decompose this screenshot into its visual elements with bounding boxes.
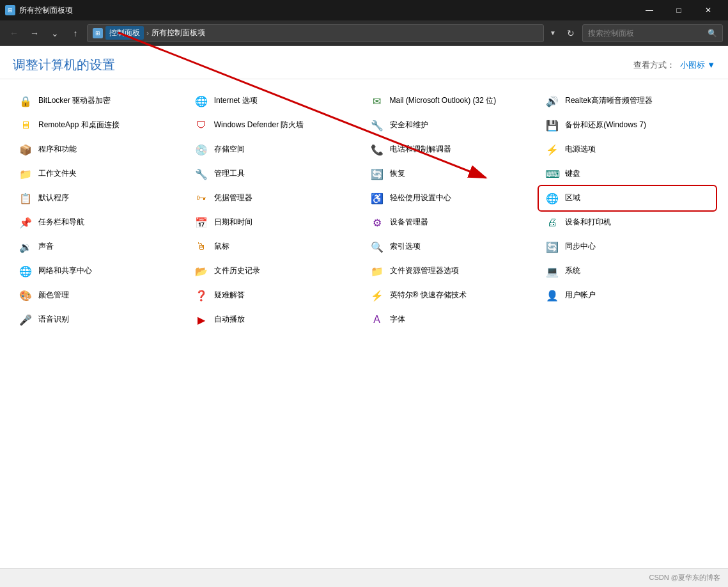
recent-button[interactable]: ⌄ [46,24,64,42]
control-item[interactable]: 🖱鼠标 [189,235,364,258]
control-item[interactable]: 📅日期和时间 [189,211,364,234]
item-label: Mail (Microsoft Outlook) (32 位) [390,96,497,106]
search-input[interactable] [588,29,705,38]
control-item[interactable]: 📁工作文件夹 [13,162,189,185]
item-label: Windows Defender 防火墙 [214,120,304,130]
view-value-link[interactable]: 小图标 ▼ [680,59,715,71]
control-item[interactable]: ⚙设备管理器 [364,211,540,234]
control-item[interactable]: 📁文件资源管理器选项 [364,260,540,283]
item-icon: 🌐 [194,93,209,109]
control-item[interactable]: 🔄同步中心 [539,235,715,258]
item-icon: 📞 [369,142,385,157]
item-icon: 📁 [18,166,33,182]
item-label: 声音 [38,242,54,252]
close-button[interactable]: ✕ [693,0,723,20]
control-item[interactable]: ⚡英特尔® 快速存储技术 [364,284,540,307]
items-grid: 🔒BitLocker 驱动器加密🌐Internet 选项✉Mail (Micro… [0,79,728,341]
item-label: 用户帐户 [565,290,596,301]
control-item[interactable]: 🔄恢复 [364,162,540,185]
control-item[interactable]: 🔧管理工具 [189,162,364,185]
control-item[interactable]: 🖨设备和打印机 [539,211,715,234]
item-label: 颜色管理 [38,290,69,301]
item-icon: ⌨ [545,166,560,182]
control-item[interactable]: 📂文件历史记录 [189,260,364,283]
control-item[interactable]: 🌐区域 [539,187,715,210]
control-item[interactable]: 🔍索引选项 [364,235,540,258]
control-item[interactable]: ✉Mail (Microsoft Outlook) (32 位) [364,90,540,113]
search-button[interactable]: 🔍 [708,29,717,38]
control-item[interactable]: 🔒BitLocker 驱动器加密 [13,90,189,113]
item-icon: 🖨 [545,215,560,230]
item-label: 设备和打印机 [565,217,611,228]
item-label: 区域 [565,193,580,203]
item-label: 管理工具 [214,169,245,179]
item-label: Realtek高清晰音频管理器 [565,96,653,106]
item-icon: ❓ [194,288,209,303]
breadcrumb-icon: ⊞ [93,28,103,38]
item-label: 字体 [390,315,405,325]
item-label: 轻松使用设置中心 [390,193,451,203]
item-label: 鼠标 [214,242,229,252]
control-item[interactable]: 💻系统 [539,260,715,283]
item-icon: 🔄 [545,239,560,254]
control-item[interactable]: 📌任务栏和导航 [13,211,189,234]
control-item[interactable]: 🌐网络和共享中心 [13,260,189,283]
item-icon: ⚡ [545,142,560,157]
refresh-button[interactable]: ↻ [562,24,580,42]
item-label: 恢复 [390,169,405,179]
item-label: 电源选项 [565,145,596,155]
maximize-button[interactable]: □ [664,0,693,20]
title-bar-left: ⊞ 所有控制面板项 [5,5,73,16]
item-label: 系统 [565,266,580,276]
control-item[interactable]: 👤用户帐户 [539,284,715,307]
control-item[interactable]: 📋默认程序 [13,187,189,210]
item-label: 工作文件夹 [38,169,77,179]
control-item[interactable]: ⌨键盘 [539,162,715,185]
control-item[interactable]: 🛡Windows Defender 防火墙 [189,114,364,137]
back-button[interactable]: ← [5,24,23,42]
title-bar-controls: — □ ✕ [635,0,723,20]
control-item[interactable]: 🔉声音 [13,235,189,258]
item-icon: 🔧 [194,166,209,182]
control-item[interactable]: 🗝凭据管理器 [189,187,364,210]
item-label: 文件资源管理器选项 [390,266,459,276]
item-label: 自动播放 [214,315,245,325]
control-item[interactable]: 🔧安全和维护 [364,114,540,137]
up-button[interactable]: ↑ [66,24,84,42]
control-item[interactable]: 🖥RemoteApp 和桌面连接 [13,114,189,137]
control-item[interactable]: 🔊Realtek高清晰音频管理器 [539,90,715,113]
item-label: BitLocker 驱动器加密 [38,96,111,106]
control-item[interactable]: ▶自动播放 [189,308,364,331]
control-item[interactable]: 📞电话和调制解调器 [364,138,540,161]
control-item[interactable]: ❓疑难解答 [189,284,364,307]
forward-button[interactable]: → [26,24,43,42]
control-item[interactable]: 🌐Internet 选项 [189,90,364,113]
control-item[interactable]: 💿存储空间 [189,138,364,161]
control-item[interactable]: ⚡电源选项 [539,138,715,161]
item-label: 疑难解答 [214,290,245,301]
item-label: 默认程序 [38,193,69,203]
item-label: 网络和共享中心 [38,266,92,276]
item-icon: 📌 [18,215,33,230]
item-label: 文件历史记录 [214,266,260,276]
item-label: 语音识别 [38,315,69,325]
title-bar: ⊞ 所有控制面板项 — □ ✕ [0,0,728,20]
control-item[interactable]: ♿轻松使用设置中心 [364,187,540,210]
item-icon: 🎤 [18,312,33,327]
item-icon: 🖱 [194,239,209,254]
item-icon: 🌐 [545,191,560,206]
item-label: RemoteApp 和桌面连接 [38,120,120,130]
control-item[interactable]: 🎤语音识别 [13,308,189,331]
control-item[interactable]: 💾备份和还原(Windows 7) [539,114,715,137]
main-content: 调整计算机的设置 查看方式： 小图标 ▼ 🔒BitLocker 驱动器加密🌐In… [0,46,728,568]
control-item[interactable]: 🎨颜色管理 [13,284,189,307]
control-item[interactable]: 📦程序和功能 [13,138,189,161]
item-icon: 💿 [194,142,209,157]
search-bar: 🔍 [582,24,723,42]
control-item[interactable]: A字体 [364,308,540,331]
item-label: 键盘 [565,169,580,179]
breadcrumb-dropdown[interactable]: ▼ [546,24,559,42]
minimize-button[interactable]: — [635,0,664,20]
breadcrumb-item-1[interactable]: 控制面板 [105,26,144,40]
item-icon: 📦 [18,142,33,157]
